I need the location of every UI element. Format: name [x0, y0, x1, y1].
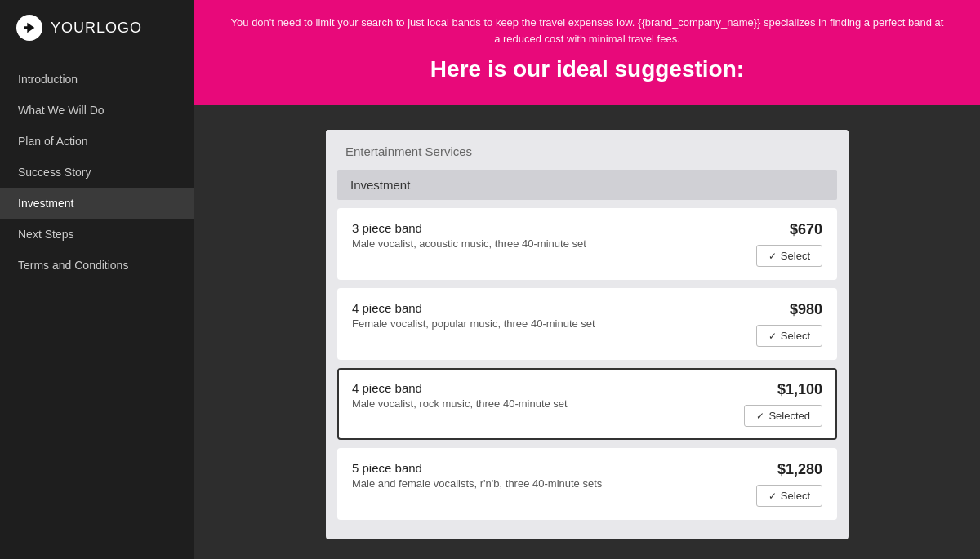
- sidebar-item-introduction[interactable]: Introduction: [0, 64, 194, 95]
- service-item-service-4: 5 piece bandMale and female vocalists, r…: [337, 448, 837, 520]
- service-name: 4 piece band: [352, 381, 741, 395]
- service-item-service-2: 4 piece bandFemale vocalist, popular mus…: [337, 288, 837, 360]
- button-label: Select: [781, 490, 810, 502]
- service-price: $1,280: [777, 461, 822, 478]
- select-button[interactable]: ✓Select: [756, 485, 822, 507]
- service-name: 4 piece band: [352, 301, 741, 315]
- check-icon: ✓: [768, 490, 777, 502]
- service-name: 3 piece band: [352, 221, 741, 235]
- button-label: Select: [781, 250, 810, 262]
- banner: You don't need to limit your search to j…: [194, 0, 980, 105]
- service-price: $1,100: [777, 381, 822, 398]
- banner-title: Here is our ideal suggestion:: [227, 56, 947, 82]
- card-title: Entertainment Services: [326, 130, 849, 170]
- service-desc: Male and female vocalists, r'n'b, three …: [352, 477, 741, 490]
- service-left: 3 piece bandMale vocalist, acoustic musi…: [352, 221, 741, 250]
- service-desc: Male vocalist, rock music, three 40-minu…: [352, 397, 741, 410]
- service-item-service-1: 3 piece bandMale vocalist, acoustic musi…: [337, 208, 837, 280]
- main-content: You don't need to limit your search to j…: [194, 0, 980, 559]
- services-card: Entertainment Services Investment 3 piec…: [326, 130, 849, 539]
- investment-section: Investment 3 piece bandMale vocalist, ac…: [326, 170, 849, 539]
- service-price: $980: [790, 301, 822, 318]
- service-desc: Male vocalist, acoustic music, three 40-…: [352, 237, 741, 250]
- content-area: Entertainment Services Investment 3 piec…: [194, 105, 980, 559]
- sidebar-item-terms-and-conditions[interactable]: Terms and Conditions: [0, 250, 194, 281]
- sidebar-item-investment[interactable]: Investment: [0, 188, 194, 219]
- selected-button[interactable]: ✓Selected: [744, 405, 822, 427]
- service-right: $670✓Select: [741, 221, 822, 267]
- services-list: 3 piece bandMale vocalist, acoustic musi…: [337, 208, 837, 520]
- sidebar-item-success-story[interactable]: Success Story: [0, 157, 194, 188]
- service-desc: Female vocalist, popular music, three 40…: [352, 317, 741, 330]
- svg-marker-0: [24, 23, 35, 33]
- check-icon: ✓: [768, 331, 777, 342]
- service-left: 5 piece bandMale and female vocalists, r…: [352, 461, 741, 490]
- service-name: 5 piece band: [352, 461, 741, 475]
- select-button[interactable]: ✓Select: [756, 245, 822, 267]
- sidebar-item-plan-of-action[interactable]: Plan of Action: [0, 126, 194, 157]
- service-item-service-3: 4 piece bandMale vocalist, rock music, t…: [337, 368, 837, 440]
- sidebar-item-next-steps[interactable]: Next Steps: [0, 219, 194, 250]
- service-right: $1,100✓Selected: [741, 381, 822, 427]
- service-right: $1,280✓Select: [741, 461, 822, 507]
- logo-bold: YOUR: [51, 20, 96, 36]
- investment-header: Investment: [337, 170, 837, 200]
- button-label: Selected: [768, 410, 810, 422]
- check-icon: ✓: [768, 251, 777, 262]
- service-left: 4 piece bandFemale vocalist, popular mus…: [352, 301, 741, 330]
- service-left: 4 piece bandMale vocalist, rock music, t…: [352, 381, 741, 410]
- logo-text: YOURLOGO: [51, 20, 142, 37]
- nav-menu: IntroductionWhat We Will DoPlan of Actio…: [0, 55, 194, 281]
- banner-subtext: You don't need to limit your search to j…: [227, 15, 947, 47]
- logo-light: LOGO: [96, 20, 142, 36]
- button-label: Select: [781, 330, 810, 342]
- logo-icon: [16, 15, 42, 41]
- service-right: $980✓Select: [741, 301, 822, 347]
- sidebar-item-what-we-will-do[interactable]: What We Will Do: [0, 95, 194, 126]
- select-button[interactable]: ✓Select: [756, 325, 822, 347]
- service-price: $670: [790, 221, 822, 238]
- logo-area: YOURLOGO: [0, 0, 194, 55]
- check-icon: ✓: [756, 410, 764, 422]
- sidebar: YOURLOGO IntroductionWhat We Will DoPlan…: [0, 0, 194, 559]
